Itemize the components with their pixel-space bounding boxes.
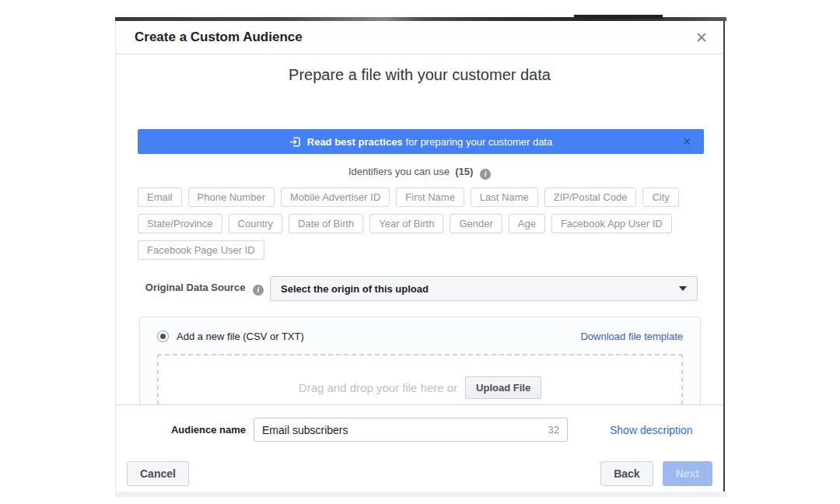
data-source-dropdown[interactable]: Select the origin of this upload (270, 276, 698, 301)
identifier-chip: Last Name (471, 187, 538, 207)
download-file-template-link[interactable]: Download file template (580, 331, 683, 342)
audience-name-field[interactable]: 32 (254, 418, 568, 442)
banner-link[interactable]: Read best practices (307, 136, 403, 148)
best-practices-banner[interactable]: Read best practices for preparing your c… (138, 129, 704, 154)
dialog-title: Create a Custom Audience (135, 30, 303, 45)
identifier-chip: Age (509, 214, 545, 233)
chevron-down-icon (679, 286, 687, 291)
page-background: Create a Custom Audience ✕ Prepare a fil… (0, 0, 840, 504)
info-icon[interactable]: i (253, 285, 264, 296)
identifiers-text: Identifiers you can use (348, 166, 450, 177)
background-page-element (574, 15, 663, 19)
footer-buttons: Cancel Back Next (116, 461, 723, 486)
identifier-chip: Year of Birth (369, 214, 443, 233)
radio-dot-icon (160, 334, 166, 339)
identifier-chip: ZIP/Postal Code (544, 187, 637, 207)
original-data-source-label: Original Data Source i (116, 282, 264, 296)
identifier-chip: Gender (450, 214, 502, 233)
enter-arrow-icon (289, 136, 301, 148)
audience-name-row: Audience name 32 Show description (116, 418, 723, 442)
page-title: Prepare a file with your customer data (116, 66, 723, 84)
banner-text: for preparing your customer data (406, 136, 553, 148)
file-dropzone[interactable]: Drag and drop your file here or Upload F… (157, 354, 683, 404)
identifier-chip: Facebook App User ID (551, 214, 672, 233)
upload-file-button[interactable]: Upload File (465, 376, 541, 399)
original-data-source-row: Original Data Source i Select the origin… (116, 276, 723, 301)
cancel-button[interactable]: Cancel (127, 461, 189, 486)
info-icon[interactable]: i (480, 169, 491, 180)
identifier-chips: EmailPhone NumberMobile Advertiser IDFir… (138, 187, 707, 260)
identifier-chip: Date of Birth (289, 214, 363, 233)
identifier-chip: City (642, 187, 678, 207)
file-option-row: Add a new file (CSV or TXT) Download fil… (157, 328, 683, 344)
add-new-file-label: Add a new file (CSV or TXT) (177, 331, 304, 342)
identifier-chip: Phone Number (188, 187, 275, 207)
identifier-chip: First Name (396, 187, 464, 207)
add-new-file-radio[interactable] (157, 331, 169, 342)
dropdown-selected-value: Select the origin of this upload (281, 283, 429, 295)
identifiers-label: Identifiers you can use (15) i (116, 166, 723, 180)
identifier-chip: Email (138, 187, 182, 207)
dropzone-text: Drag and drop your file here or (299, 381, 457, 394)
identifier-chip: Facebook Page User ID (138, 240, 264, 260)
audience-name-input[interactable] (262, 424, 544, 436)
banner-close-icon[interactable]: ✕ (682, 135, 691, 148)
footer-divider (116, 404, 723, 405)
close-icon[interactable]: ✕ (695, 30, 708, 45)
dialog-header: Create a Custom Audience ✕ (116, 21, 723, 54)
identifier-chip: Mobile Advertiser ID (281, 187, 390, 207)
create-custom-audience-dialog: Create a Custom Audience ✕ Prepare a fil… (115, 21, 725, 492)
background-page-bottom (115, 492, 726, 497)
dialog-content: Prepare a file with your customer data R… (116, 55, 723, 404)
show-description-link[interactable]: Show description (610, 424, 693, 436)
next-button[interactable]: Next (663, 461, 712, 486)
char-count: 32 (548, 424, 559, 436)
identifiers-count-value: (15) (455, 166, 473, 177)
file-upload-panel: Add a new file (CSV or TXT) Download fil… (139, 317, 701, 404)
audience-name-label: Audience name (116, 424, 246, 436)
identifier-chip: Country (229, 214, 283, 233)
identifier-chip: State/Province (138, 214, 222, 233)
back-button[interactable]: Back (600, 461, 653, 486)
original-data-source-text: Original Data Source (145, 282, 246, 293)
